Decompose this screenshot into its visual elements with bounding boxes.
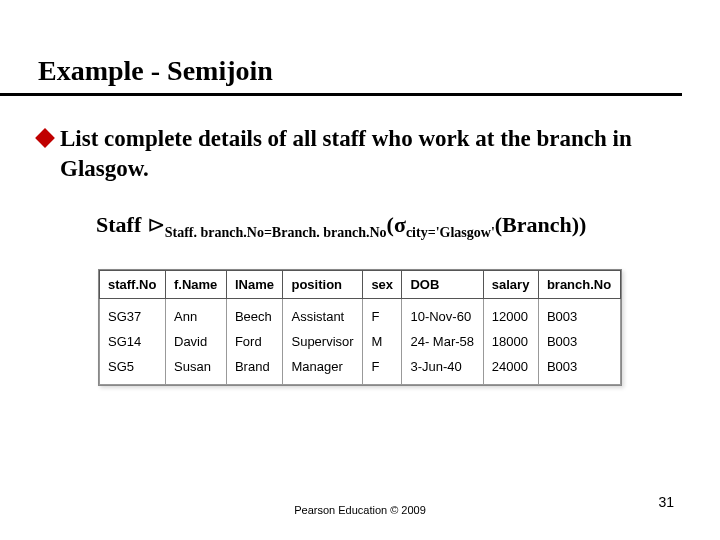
col-header: position [283,271,363,299]
table-row: SG5 Susan Brand Manager F 3-Jun-40 24000… [100,354,621,385]
formula-rhs: (Branch)) [495,212,587,237]
bullet-item: List complete details of all staff who w… [38,124,682,184]
result-table-container: staff.No f.Name lName position sex DOB s… [98,269,622,386]
bullet-text: List complete details of all staff who w… [60,124,682,184]
footer-copyright: Pearson Education © 2009 [0,504,720,516]
cell: SG14 [100,329,166,354]
cell: F [363,299,402,330]
cell: M [363,329,402,354]
result-table: staff.No f.Name lName position sex DOB s… [99,270,621,385]
col-header: staff.No [100,271,166,299]
col-header: lName [226,271,283,299]
cell: SG37 [100,299,166,330]
diamond-bullet-icon [35,128,55,148]
col-header: DOB [402,271,483,299]
col-header: salary [483,271,538,299]
col-header: sex [363,271,402,299]
formula-lhs: Staff [96,212,141,237]
cell: Assistant [283,299,363,330]
content-area: List complete details of all staff who w… [0,96,720,386]
cell: 24- Mar-58 [402,329,483,354]
cell: Brand [226,354,283,385]
cell: Manager [283,354,363,385]
cell: Susan [166,354,227,385]
cell: 10-Nov-60 [402,299,483,330]
cell: B003 [538,299,620,330]
sigma-icon: σ [394,212,406,237]
cell: 12000 [483,299,538,330]
semijoin-icon: ⊳ [147,212,165,238]
cell: 24000 [483,354,538,385]
join-condition: Staff. branch.No=Branch. branch.No [165,225,387,240]
cell: 3-Jun-40 [402,354,483,385]
cell: B003 [538,354,620,385]
cell: Supervisor [283,329,363,354]
cell: 18000 [483,329,538,354]
cell: Ford [226,329,283,354]
cell: Ann [166,299,227,330]
col-header: f.Name [166,271,227,299]
selection-condition: city='Glasgow' [406,225,495,240]
page-number: 31 [658,494,674,510]
table-row: SG14 David Ford Supervisor M 24- Mar-58 … [100,329,621,354]
cell: SG5 [100,354,166,385]
cell: B003 [538,329,620,354]
table-row: SG37 Ann Beech Assistant F 10-Nov-60 120… [100,299,621,330]
table-header-row: staff.No f.Name lName position sex DOB s… [100,271,621,299]
slide-title: Example - Semijoin [0,0,682,96]
cell: Beech [226,299,283,330]
col-header: branch.No [538,271,620,299]
relational-algebra-formula: Staff ⊳Staff. branch.No=Branch. branch.N… [38,184,682,241]
cell: F [363,354,402,385]
cell: David [166,329,227,354]
